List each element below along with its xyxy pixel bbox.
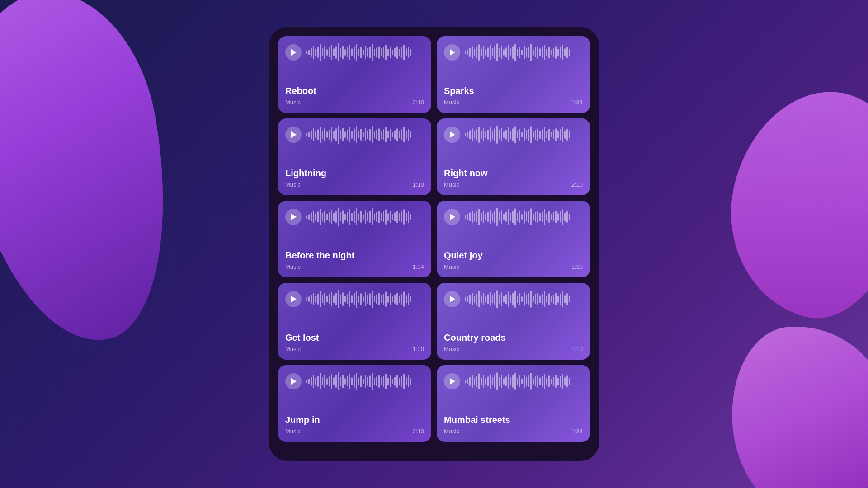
waveform-bar [485,49,486,56]
play-icon-10 [450,378,455,385]
play-button-2[interactable] [444,44,460,61]
play-button-9[interactable] [285,373,302,389]
waveform-bar [383,294,384,305]
waveform-bar [315,296,316,303]
waveform-bar [313,211,314,223]
card-genre-7: Music [285,346,301,352]
music-card-10[interactable]: Mumbai streets Music 1:34 [437,365,590,442]
waveform-bar [494,211,495,223]
music-card-9[interactable]: Jump in Music 2:10 [278,365,431,442]
waveform-bar [340,48,341,57]
waveform-bar [530,44,532,61]
music-card-1[interactable]: Reboot Music 2:10 [278,36,431,113]
waveform-bar [467,132,468,137]
waveform-bar [320,127,321,143]
card-bottom-7: Get lost Music 1:30 [285,333,424,352]
waveform-bar [369,293,371,305]
waveform-bar [369,129,371,141]
waveform-bar [467,379,468,384]
waveform-bar [517,213,518,221]
waveform-bar [503,131,505,138]
waveform-bar [360,375,362,387]
play-button-5[interactable] [285,209,302,225]
play-button-8[interactable] [444,291,460,307]
waveform-bar [562,209,563,225]
waveform-bar [367,48,368,57]
waveform-bar [535,376,536,386]
waveform-bar [331,374,332,389]
waveform-bar [546,378,547,385]
waveform-bar [508,291,509,307]
waveform-bar [390,293,391,305]
waveform-bar [315,49,316,56]
waveform-bar [539,213,541,221]
waveform-bar [358,213,359,221]
bg-shape-left [0,0,192,357]
waveform-bar [344,49,346,56]
waveform-bar [392,132,393,137]
waveform-bar [566,211,568,223]
waveform-bar [557,213,559,221]
waveform-3 [306,126,424,144]
waveform-bar [385,45,387,60]
waveform-bar [338,43,339,61]
play-button-7[interactable] [285,291,302,307]
waveform-bar [467,50,468,55]
waveform-bar [344,214,346,220]
waveform-bar [385,209,387,225]
waveform-bar [548,211,550,223]
waveform-bar [528,129,529,141]
music-card-3[interactable]: Lightning Music 1:10 [278,118,431,195]
waveform-bar [313,46,314,59]
waveform-bar [340,130,341,139]
waveform-bar [324,46,326,59]
waveform-bar [499,377,500,386]
waveform-bar [465,380,466,383]
waveform-bar [526,295,527,304]
waveform-bar [408,47,409,58]
play-button-6[interactable] [444,209,460,225]
waveform-bar [351,295,353,303]
waveform-bar [317,376,319,387]
play-button-3[interactable] [285,127,302,143]
waveform-bar [360,47,362,58]
waveform-bar [338,290,339,308]
waveform-bar [510,377,511,385]
waveform-bar [487,294,489,304]
waveform-bar [354,46,355,59]
waveform-bar [492,213,493,221]
card-genre-6: Music [444,263,459,270]
card-top [444,290,583,308]
card-footer-8: Music 1:10 [444,346,583,352]
music-card-2[interactable]: Sparks Music 1:34 [437,36,590,113]
waveform-bar [465,215,466,219]
card-genre-3: Music [285,181,301,188]
play-button-4[interactable] [444,127,460,143]
music-card-6[interactable]: Quiet joy Music 1:30 [437,201,590,277]
waveform-bar [311,295,312,304]
waveform-bar [514,291,516,308]
waveform-bar [557,378,559,385]
waveform-bar [344,296,346,302]
waveform-bar [342,210,344,224]
waveform-bar [406,213,407,221]
waveform-bar [408,293,409,305]
waveform-bar [533,296,534,302]
card-duration-6: 1:30 [571,263,583,270]
music-card-7[interactable]: Get lost Music 1:30 [278,283,431,360]
play-button-1[interactable] [285,44,302,61]
waveform-bar [333,213,335,221]
waveform-bar [492,377,493,385]
bg-shape-right-top [706,72,868,334]
music-card-4[interactable]: Right now Music 2:10 [437,118,590,195]
music-card-5[interactable]: Before the night Music 1:34 [278,201,431,277]
waveform-bar [564,377,566,385]
waveform-bar [478,291,480,307]
waveform-bar [537,293,538,305]
waveform-bar [548,47,550,58]
music-card-8[interactable]: Country roads Music 1:10 [437,283,590,360]
waveform-bar [544,45,545,60]
waveform-bar [374,131,375,138]
play-button-10[interactable] [444,373,460,389]
waveform-bar [383,47,384,58]
